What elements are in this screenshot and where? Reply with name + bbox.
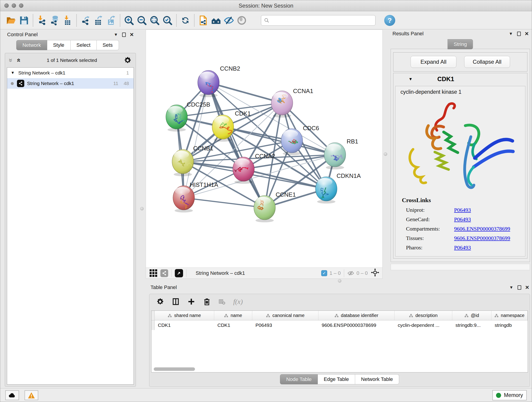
table-panel-title: Table Panel — [151, 284, 177, 290]
node-table: shared namenamecanonical namedatabase id… — [151, 311, 528, 372]
left-splitter-grip[interactable] — [140, 207, 144, 211]
table-cell[interactable]: CDK1 — [214, 320, 252, 330]
network-options-gear-icon[interactable] — [124, 56, 132, 64]
table-cell[interactable]: CDK1 — [155, 320, 214, 330]
network-edge[interactable] — [184, 198, 265, 208]
crosslinks-title: CrossLinks — [402, 197, 525, 204]
network-collection-row[interactable]: ▼ String Network – cdk1 1 — [7, 68, 133, 78]
home-networks-button[interactable] — [210, 13, 222, 27]
show-columns-icon[interactable] — [172, 298, 180, 306]
panel-close-icon[interactable]: × — [525, 284, 529, 291]
genecard-link[interactable]: P06493 — [454, 216, 471, 223]
panel-menu-icon[interactable]: ▼ — [509, 32, 513, 36]
uniprot-link[interactable]: P06493 — [454, 207, 471, 213]
search-field[interactable] — [261, 15, 375, 26]
open-session-button[interactable] — [5, 13, 18, 27]
tab-select[interactable]: Select — [70, 40, 97, 50]
collection-expand-icon[interactable]: ▼ — [11, 70, 15, 75]
show-all-button[interactable] — [235, 13, 248, 27]
column-header-database-identifier[interactable]: database identifier — [318, 311, 394, 320]
search-input[interactable] — [272, 18, 373, 23]
table-cell[interactable]: cyclin-dependent ... — [394, 320, 452, 330]
column-header-canonical-name[interactable]: canonical name — [252, 311, 318, 320]
table-cell[interactable]: 9606.ENSP00000378699 — [318, 320, 394, 330]
network-selector-bar: » » 1 of 1 Network selected — [7, 55, 134, 65]
zoom-selected-button[interactable] — [161, 13, 174, 27]
node-label-ccnb1: CCNB1 — [193, 145, 213, 152]
export-table-button[interactable] — [92, 13, 105, 27]
export-image-button[interactable] — [105, 13, 118, 27]
panel-menu-icon[interactable]: ▼ — [509, 285, 513, 290]
add-column-icon[interactable] — [187, 298, 195, 306]
network-edge[interactable] — [209, 83, 265, 208]
expand-all-networks-icon[interactable]: » — [16, 58, 20, 62]
right-splitter-grip[interactable] — [384, 153, 387, 156]
panel-float-icon[interactable] — [517, 32, 521, 36]
tab-style[interactable]: Style — [47, 40, 70, 50]
pharos-link[interactable]: P06493 — [454, 245, 471, 251]
collapse-all-networks-icon[interactable]: » — [9, 58, 13, 62]
panel-menu-icon[interactable]: ▼ — [114, 32, 118, 37]
column-header-namespace[interactable]: namespace — [491, 311, 528, 320]
tab-network[interactable]: Network — [16, 40, 47, 50]
network-share-icon[interactable] — [160, 269, 168, 277]
panel-float-icon[interactable] — [518, 285, 521, 290]
table-row[interactable]: CDK1CDK1P064939606.ENSP00000378699cyclin… — [152, 320, 528, 330]
node-label-cdk1: CDK1 — [235, 110, 251, 117]
network-selected-text: 1 of 1 Network selected — [20, 57, 124, 63]
details-expand-icon[interactable]: ▼ — [409, 77, 413, 82]
export-network-button[interactable] — [79, 13, 92, 27]
table-horizontal-scrollbar[interactable] — [154, 367, 195, 371]
birdseye-view-icon[interactable] — [175, 269, 183, 277]
import-network-database-button[interactable] — [48, 13, 61, 27]
expand-all-button[interactable]: Expand All — [411, 56, 456, 68]
network-edge[interactable] — [184, 83, 209, 198]
cloud-status-button[interactable] — [5, 390, 19, 400]
collapse-all-button[interactable]: Collapse All — [464, 56, 510, 68]
import-table-button[interactable] — [61, 13, 74, 27]
warning-status-button[interactable] — [25, 390, 38, 400]
zoom-out-button[interactable] — [135, 13, 148, 27]
column-header-description[interactable]: description — [394, 311, 452, 320]
memory-button[interactable]: Memory — [492, 390, 527, 400]
refresh-button[interactable] — [179, 13, 192, 27]
panel-float-icon[interactable] — [122, 32, 126, 37]
netbar-separator — [171, 269, 172, 277]
node-name: CDK1 — [437, 76, 454, 83]
compartments-link[interactable]: 9606.ENSP00000378699 — [454, 226, 510, 232]
column-header-shared-name[interactable]: shared name — [155, 311, 214, 320]
first-neighbors-button[interactable] — [197, 13, 210, 27]
table-cell[interactable]: stringdb — [491, 320, 528, 330]
hide-selected-button[interactable] — [222, 13, 235, 27]
tab-sets[interactable]: Sets — [97, 40, 119, 50]
zoom-in-button[interactable] — [123, 13, 135, 27]
tab-node-table[interactable]: Node Table — [280, 374, 318, 384]
refresh-icon — [180, 15, 191, 26]
tab-string[interactable]: String — [447, 39, 473, 49]
toolbar-separator — [120, 14, 120, 27]
panel-close-icon[interactable]: × — [525, 31, 529, 37]
tissues-link[interactable]: 9606.ENSP00000378699 — [454, 235, 510, 241]
table-cell[interactable]: stringdb:9... — [452, 320, 491, 330]
network-canvas[interactable]: CCNB2CCNA1CDC25BCDK1CDC6RB1CCNB1CCNA2CDK… — [146, 30, 382, 268]
panel-close-icon[interactable]: × — [130, 32, 133, 38]
grid-view-icon[interactable] — [150, 269, 157, 277]
zoom-fit-button[interactable] — [148, 13, 161, 27]
column-header-name[interactable]: name — [214, 311, 252, 320]
save-session-button[interactable] — [18, 13, 31, 27]
column-header--id[interactable]: @id — [452, 311, 491, 320]
node-details-header[interactable]: ▼ CDK1 — [393, 73, 527, 85]
zoom-out-icon — [137, 15, 147, 26]
fit-content-icon[interactable] — [371, 268, 379, 278]
tab-network-table[interactable]: Network Table — [355, 374, 399, 384]
network-row[interactable]: String Network – cdk1 11 48 — [7, 78, 133, 89]
help-button[interactable]: ? — [384, 15, 395, 26]
table-cell[interactable]: P06493 — [252, 320, 318, 330]
delete-column-icon[interactable] — [203, 298, 211, 306]
results-scrollbar-track[interactable] — [391, 264, 530, 270]
import-network-file-button[interactable] — [36, 13, 48, 27]
tab-edge-table[interactable]: Edge Table — [318, 374, 355, 384]
bottom-splitter-grip[interactable] — [338, 279, 341, 283]
selected-checkbox-icon[interactable]: ✓ — [321, 270, 327, 276]
table-options-gear-icon[interactable] — [156, 298, 164, 306]
